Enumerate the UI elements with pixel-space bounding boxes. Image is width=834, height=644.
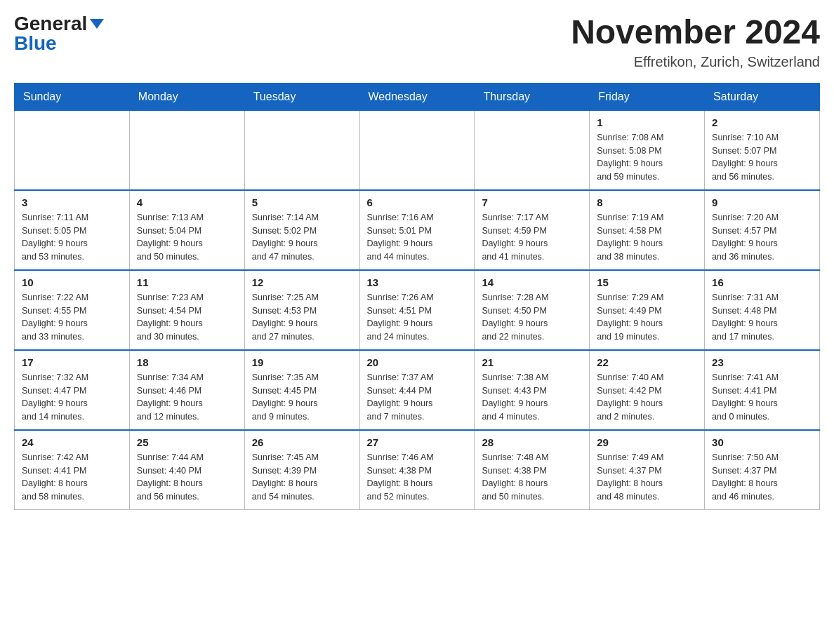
day-info: Sunrise: 7:44 AM Sunset: 4:40 PM Dayligh… (137, 451, 237, 504)
day-info: Sunrise: 7:50 AM Sunset: 4:37 PM Dayligh… (712, 451, 812, 504)
day-number: 27 (367, 436, 468, 448)
calendar-cell: 6Sunrise: 7:16 AM Sunset: 5:01 PM Daylig… (359, 190, 475, 270)
day-number: 5 (252, 196, 352, 208)
location-text: Effretikon, Zurich, Switzerland (571, 54, 820, 70)
logo-triangle-icon (90, 19, 104, 29)
day-number: 21 (482, 356, 582, 368)
calendar-cell: 13Sunrise: 7:26 AM Sunset: 4:51 PM Dayli… (359, 270, 475, 350)
day-info: Sunrise: 7:26 AM Sunset: 4:51 PM Dayligh… (367, 291, 468, 344)
calendar-cell (475, 110, 590, 190)
day-info: Sunrise: 7:19 AM Sunset: 4:58 PM Dayligh… (597, 211, 697, 264)
calendar-cell: 29Sunrise: 7:49 AM Sunset: 4:37 PM Dayli… (590, 430, 705, 510)
day-info: Sunrise: 7:40 AM Sunset: 4:42 PM Dayligh… (597, 371, 697, 424)
day-info: Sunrise: 7:46 AM Sunset: 4:38 PM Dayligh… (367, 451, 468, 504)
day-info: Sunrise: 7:35 AM Sunset: 4:45 PM Dayligh… (252, 371, 352, 424)
day-number: 9 (712, 196, 812, 208)
day-info: Sunrise: 7:16 AM Sunset: 5:01 PM Dayligh… (367, 211, 468, 264)
day-info: Sunrise: 7:10 AM Sunset: 5:07 PM Dayligh… (712, 131, 812, 184)
calendar-cell: 25Sunrise: 7:44 AM Sunset: 4:40 PM Dayli… (129, 430, 244, 510)
calendar-cell: 24Sunrise: 7:42 AM Sunset: 4:41 PM Dayli… (15, 430, 130, 510)
day-number: 17 (22, 356, 122, 368)
day-info: Sunrise: 7:42 AM Sunset: 4:41 PM Dayligh… (22, 451, 122, 504)
month-title: November 2024 (571, 14, 820, 51)
calendar-cell: 28Sunrise: 7:48 AM Sunset: 4:38 PM Dayli… (475, 430, 590, 510)
calendar-day-header: Friday (590, 83, 705, 110)
day-number: 18 (137, 356, 237, 368)
day-info: Sunrise: 7:28 AM Sunset: 4:50 PM Dayligh… (482, 291, 582, 344)
day-number: 8 (597, 196, 697, 208)
day-number: 28 (482, 436, 582, 448)
day-info: Sunrise: 7:31 AM Sunset: 4:48 PM Dayligh… (712, 291, 812, 344)
day-number: 11 (137, 276, 237, 288)
day-number: 12 (252, 276, 352, 288)
day-number: 25 (137, 436, 237, 448)
day-number: 29 (597, 436, 697, 448)
day-number: 22 (597, 356, 697, 368)
calendar-cell: 1Sunrise: 7:08 AM Sunset: 5:08 PM Daylig… (590, 110, 705, 190)
calendar-cell: 30Sunrise: 7:50 AM Sunset: 4:37 PM Dayli… (705, 430, 820, 510)
calendar-day-header: Saturday (705, 83, 820, 110)
calendar-cell: 14Sunrise: 7:28 AM Sunset: 4:50 PM Dayli… (475, 270, 590, 350)
day-info: Sunrise: 7:25 AM Sunset: 4:53 PM Dayligh… (252, 291, 352, 344)
calendar-day-header: Tuesday (244, 83, 359, 110)
day-number: 7 (482, 196, 582, 208)
logo-blue-text: Blue (14, 34, 57, 53)
day-info: Sunrise: 7:45 AM Sunset: 4:39 PM Dayligh… (252, 451, 352, 504)
calendar-week-row: 10Sunrise: 7:22 AM Sunset: 4:55 PM Dayli… (15, 270, 820, 350)
calendar-header-row: SundayMondayTuesdayWednesdayThursdayFrid… (15, 83, 820, 110)
calendar-cell (359, 110, 475, 190)
day-number: 23 (712, 356, 812, 368)
day-number: 26 (252, 436, 352, 448)
calendar-cell: 7Sunrise: 7:17 AM Sunset: 4:59 PM Daylig… (475, 190, 590, 270)
calendar-cell: 27Sunrise: 7:46 AM Sunset: 4:38 PM Dayli… (359, 430, 475, 510)
day-info: Sunrise: 7:29 AM Sunset: 4:49 PM Dayligh… (597, 291, 697, 344)
calendar-table: SundayMondayTuesdayWednesdayThursdayFrid… (14, 83, 820, 510)
calendar-cell: 2Sunrise: 7:10 AM Sunset: 5:07 PM Daylig… (705, 110, 820, 190)
page-header: General Blue November 2024 Effretikon, Z… (14, 14, 820, 70)
day-number: 20 (367, 356, 468, 368)
calendar-cell: 15Sunrise: 7:29 AM Sunset: 4:49 PM Dayli… (590, 270, 705, 350)
day-number: 3 (22, 196, 122, 208)
calendar-cell: 20Sunrise: 7:37 AM Sunset: 4:44 PM Dayli… (359, 350, 475, 430)
day-info: Sunrise: 7:32 AM Sunset: 4:47 PM Dayligh… (22, 371, 122, 424)
calendar-cell: 11Sunrise: 7:23 AM Sunset: 4:54 PM Dayli… (129, 270, 244, 350)
day-number: 14 (482, 276, 582, 288)
calendar-cell: 23Sunrise: 7:41 AM Sunset: 4:41 PM Dayli… (705, 350, 820, 430)
calendar-cell: 12Sunrise: 7:25 AM Sunset: 4:53 PM Dayli… (244, 270, 359, 350)
day-info: Sunrise: 7:34 AM Sunset: 4:46 PM Dayligh… (137, 371, 237, 424)
calendar-day-header: Monday (129, 83, 244, 110)
calendar-cell (15, 110, 130, 190)
day-info: Sunrise: 7:23 AM Sunset: 4:54 PM Dayligh… (137, 291, 237, 344)
calendar-week-row: 24Sunrise: 7:42 AM Sunset: 4:41 PM Dayli… (15, 430, 820, 510)
calendar-cell: 19Sunrise: 7:35 AM Sunset: 4:45 PM Dayli… (244, 350, 359, 430)
calendar-day-header: Sunday (15, 83, 130, 110)
calendar-week-row: 1Sunrise: 7:08 AM Sunset: 5:08 PM Daylig… (15, 110, 820, 190)
calendar-cell (244, 110, 359, 190)
calendar-cell: 10Sunrise: 7:22 AM Sunset: 4:55 PM Dayli… (15, 270, 130, 350)
day-number: 4 (137, 196, 237, 208)
calendar-cell (129, 110, 244, 190)
day-info: Sunrise: 7:41 AM Sunset: 4:41 PM Dayligh… (712, 371, 812, 424)
calendar-cell: 3Sunrise: 7:11 AM Sunset: 5:05 PM Daylig… (15, 190, 130, 270)
calendar-cell: 4Sunrise: 7:13 AM Sunset: 5:04 PM Daylig… (129, 190, 244, 270)
day-number: 6 (367, 196, 468, 208)
calendar-cell: 26Sunrise: 7:45 AM Sunset: 4:39 PM Dayli… (244, 430, 359, 510)
day-number: 15 (597, 276, 697, 288)
logo-general-text: General (14, 14, 87, 34)
calendar-cell: 9Sunrise: 7:20 AM Sunset: 4:57 PM Daylig… (705, 190, 820, 270)
calendar-cell: 22Sunrise: 7:40 AM Sunset: 4:42 PM Dayli… (590, 350, 705, 430)
calendar-cell: 16Sunrise: 7:31 AM Sunset: 4:48 PM Dayli… (705, 270, 820, 350)
day-info: Sunrise: 7:20 AM Sunset: 4:57 PM Dayligh… (712, 211, 812, 264)
day-info: Sunrise: 7:14 AM Sunset: 5:02 PM Dayligh… (252, 211, 352, 264)
day-info: Sunrise: 7:22 AM Sunset: 4:55 PM Dayligh… (22, 291, 122, 344)
day-info: Sunrise: 7:17 AM Sunset: 4:59 PM Dayligh… (482, 211, 582, 264)
calendar-week-row: 17Sunrise: 7:32 AM Sunset: 4:47 PM Dayli… (15, 350, 820, 430)
calendar-cell: 5Sunrise: 7:14 AM Sunset: 5:02 PM Daylig… (244, 190, 359, 270)
day-number: 10 (22, 276, 122, 288)
logo: General Blue (14, 14, 104, 53)
day-number: 13 (367, 276, 468, 288)
day-number: 24 (22, 436, 122, 448)
day-info: Sunrise: 7:38 AM Sunset: 4:43 PM Dayligh… (482, 371, 582, 424)
calendar-day-header: Thursday (475, 83, 590, 110)
calendar-cell: 17Sunrise: 7:32 AM Sunset: 4:47 PM Dayli… (15, 350, 130, 430)
